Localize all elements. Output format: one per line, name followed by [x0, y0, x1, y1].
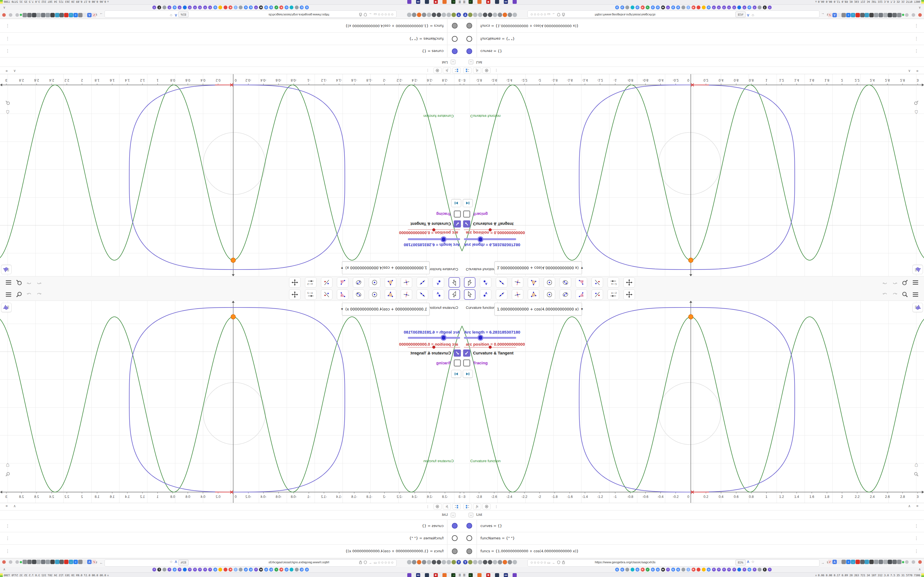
home-icon[interactable]: ⌂	[6, 462, 9, 467]
tab-favicon[interactable]	[422, 13, 426, 17]
bookmark-favicon[interactable]: *	[178, 5, 182, 9]
arc-length-slider[interactable]	[408, 238, 460, 240]
bookmark-favicon[interactable]: G	[635, 5, 640, 9]
arc-length-slider[interactable]	[464, 238, 516, 240]
taskbar-app-icon[interactable]	[513, 0, 517, 4]
undo-icon[interactable]	[35, 278, 43, 287]
panel-layout-icon[interactable]: ≡	[916, 504, 919, 508]
row-menu-icon[interactable]: ⋮	[914, 37, 919, 42]
bookmark-favicon[interactable]: R	[229, 5, 233, 9]
tab-favicon[interactable]	[447, 560, 451, 564]
visibility-toggle[interactable]	[452, 535, 457, 541]
collapse-panel-icon[interactable]: ∧	[13, 504, 16, 508]
bookmark-favicon[interactable]	[702, 5, 706, 9]
extension-icon[interactable]	[860, 560, 864, 564]
curvature-tangent-checkbox[interactable]: ✓	[454, 220, 461, 227]
bookmark-favicon[interactable]	[183, 568, 187, 572]
forward-icon[interactable]: →	[821, 12, 824, 16]
tool-polygon[interactable]	[528, 289, 539, 300]
bookmark-favicon[interactable]: i	[687, 568, 690, 572]
tab-favicon[interactable]: Y	[463, 13, 467, 17]
extension-icon[interactable]	[55, 13, 60, 17]
tree-view-button[interactable]	[464, 68, 472, 73]
fx-button[interactable]: fx	[443, 68, 451, 73]
tab-favicon[interactable]	[513, 13, 517, 17]
translate-icon[interactable]: A	[174, 13, 177, 17]
tab-favicon[interactable]	[493, 13, 497, 17]
extension-icon[interactable]	[50, 13, 55, 17]
taskbar-app-icon[interactable]: >_	[468, 0, 473, 4]
tab-favicon[interactable]	[407, 13, 411, 17]
extension-icon[interactable]	[883, 13, 888, 17]
bookmark-favicon[interactable]: G	[173, 5, 176, 9]
bookmark-favicon[interactable]	[163, 5, 166, 9]
bookmark-favicon[interactable]: ✓	[275, 5, 278, 9]
bookmark-favicon[interactable]: G	[300, 5, 304, 9]
visibility-toggle[interactable]	[467, 36, 472, 42]
back-arrow-icon[interactable]: ←	[552, 12, 556, 16]
tool-circle-center-point[interactable]	[369, 277, 380, 288]
shield-icon[interactable]	[557, 561, 560, 565]
tool-reflect-about-line[interactable]	[591, 289, 603, 300]
tool-move-graphics[interactable]	[624, 289, 635, 300]
extension-icon[interactable]: A	[87, 13, 92, 17]
tab-favicon[interactable]	[473, 560, 477, 564]
tool-line[interactable]	[496, 289, 507, 300]
search-icon[interactable]	[901, 290, 909, 299]
row-menu-icon[interactable]: ⋮	[5, 49, 10, 54]
algebra-row[interactable]: funcs = {1.000000000000 + cos(4.00000000…	[462, 19, 924, 33]
tool-ellipse[interactable]	[560, 277, 571, 288]
bookmark-favicon[interactable]: G	[748, 568, 751, 572]
row-menu-icon[interactable]: ⋮	[914, 23, 919, 28]
step-forward-button[interactable]	[451, 199, 461, 207]
maximize-button[interactable]	[9, 560, 12, 564]
translate-icon[interactable]: A	[747, 560, 750, 564]
close-button[interactable]	[918, 13, 922, 17]
bookmark-favicon[interactable]: G	[615, 5, 619, 9]
fx-button[interactable]: fx	[473, 68, 481, 73]
url-bar[interactable]	[105, 10, 397, 18]
chevron-up-icon[interactable]: ∧	[919, 6, 921, 10]
tool-perpendicular-line[interactable]	[512, 277, 523, 288]
extension-icon[interactable]	[879, 13, 883, 17]
bookmark-favicon[interactable]: *	[152, 5, 156, 9]
algebra-row[interactable]: curves = {}⋮	[0, 45, 462, 57]
curvature-function-dropdown[interactable]: 1.000000000000 + cos(4.000000000000 x) ▼	[494, 303, 582, 316]
undo-icon[interactable]	[35, 290, 43, 299]
bookmark-favicon[interactable]	[295, 568, 299, 572]
algebra-row[interactable]: funcNames = {" "}⋮	[0, 32, 462, 45]
visibility-toggle[interactable]	[467, 548, 472, 554]
close-button[interactable]	[2, 13, 6, 17]
bookmark-star-icon[interactable]: ☆	[751, 560, 754, 564]
fx-button[interactable]: fx	[443, 504, 451, 509]
taskbar-app-icon[interactable]: ✱	[486, 0, 490, 4]
arc-position-slider-knob[interactable]	[432, 228, 435, 231]
bookmark-favicon[interactable]: G	[300, 568, 304, 572]
extension-icon[interactable]	[50, 560, 55, 564]
bookmark-favicon[interactable]: ✓	[646, 568, 649, 572]
lock-icon[interactable]	[562, 561, 565, 565]
minimize-button[interactable]	[905, 560, 909, 564]
graphics-settings-button[interactable]	[1, 303, 11, 312]
tab-favicon[interactable]	[422, 560, 426, 564]
tab-favicon[interactable]: Y	[457, 560, 461, 564]
lock-icon[interactable]	[562, 12, 565, 16]
bookmark-favicon[interactable]: G	[656, 568, 660, 572]
extension-icon[interactable]	[888, 560, 892, 564]
extension-icon[interactable]	[60, 13, 64, 17]
tool-ellipse[interactable]	[560, 289, 571, 300]
more-options-icon[interactable]: ⋮	[492, 504, 501, 509]
bookmark-favicon[interactable]: i	[234, 5, 237, 9]
extension-icon[interactable]: ✐	[828, 560, 832, 564]
tracing-checkbox[interactable]	[463, 211, 470, 218]
minimize-button[interactable]	[905, 13, 909, 17]
tracing-checkbox[interactable]	[454, 211, 461, 218]
bookmark-favicon[interactable]	[696, 5, 700, 9]
bookmark-favicon[interactable]: *	[666, 5, 670, 9]
bookmark-favicon[interactable]: *	[727, 568, 731, 572]
chevron-up-icon[interactable]: ∧	[3, 567, 5, 571]
bookmark-favicon[interactable]: G	[284, 568, 289, 572]
bookmark-star-icon[interactable]: ☆	[170, 13, 173, 17]
bookmark-favicon[interactable]: G	[707, 5, 711, 9]
zoom-controls-icon[interactable]	[5, 472, 10, 478]
